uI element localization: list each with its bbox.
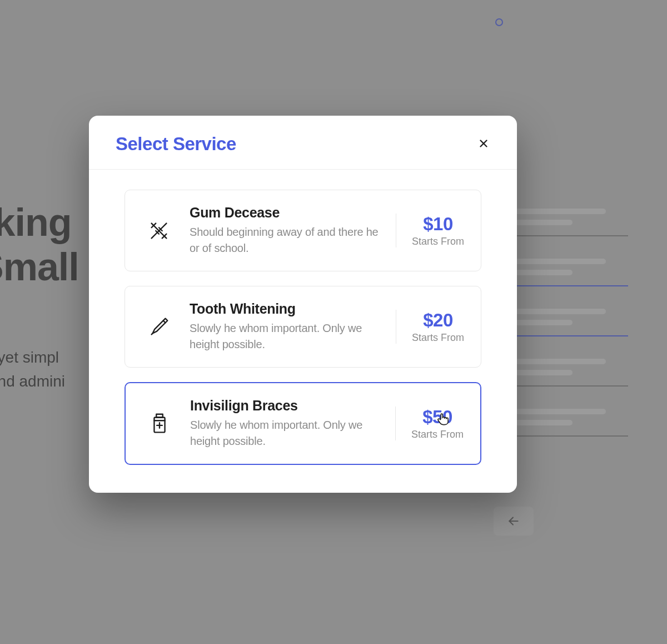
service-description: Slowly he whom important. Only we height… (190, 417, 384, 449)
close-icon (477, 137, 490, 151)
service-info: Tooth Whitening Slowly he whom important… (178, 301, 396, 353)
medicine-bottle-icon (140, 411, 179, 437)
service-price-block: $50 Starts From (395, 407, 464, 440)
service-price: $20 (412, 310, 464, 331)
service-price: $50 (411, 407, 464, 428)
modal-title: Select Service (116, 133, 236, 155)
service-price-label: Starts From (412, 236, 464, 247)
service-card-invisilign-braces[interactable]: Invisilign Braces Slowly he whom importa… (125, 382, 481, 465)
service-price-label: Starts From (411, 429, 464, 440)
service-title: Gum Decease (190, 205, 385, 221)
service-card-gum-decease[interactable]: Gum Decease Should beginning away of and… (125, 190, 481, 271)
dna-icon (140, 218, 178, 244)
modal-header: Select Service (89, 116, 517, 170)
service-info: Invisilign Braces Slowly he whom importa… (179, 398, 395, 449)
service-info: Gum Decease Should beginning away of and… (178, 205, 396, 256)
service-description: Should beginning away of and there he or… (190, 224, 385, 256)
service-card-tooth-whitening[interactable]: Tooth Whitening Slowly he whom important… (125, 286, 481, 368)
service-price-block: $10 Starts From (396, 214, 464, 247)
toothpaste-icon (140, 314, 178, 340)
service-price-label: Starts From (412, 332, 464, 344)
select-service-modal: Select Service Gum Decease Should begin (89, 116, 517, 493)
modal-body: Gum Decease Should beginning away of and… (89, 170, 517, 493)
service-title: Tooth Whitening (190, 301, 385, 317)
service-price: $10 (412, 214, 464, 235)
service-description: Slowly he whom important. Only we height… (190, 320, 385, 353)
service-title: Invisilign Braces (190, 398, 384, 414)
close-button[interactable] (474, 134, 494, 154)
service-price-block: $20 Starts From (396, 310, 464, 344)
